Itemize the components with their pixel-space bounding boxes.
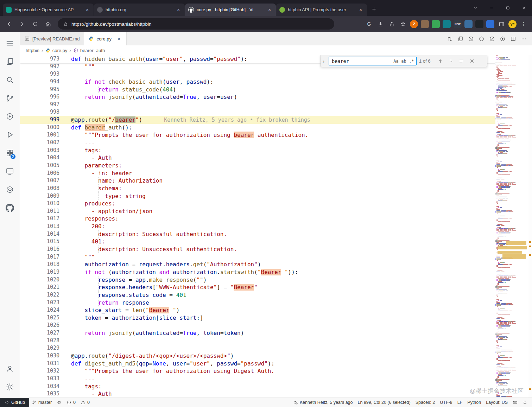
- tab-close-icon[interactable]: ×: [266, 7, 273, 13]
- profile-avatar[interactable]: yc: [508, 20, 517, 28]
- code-line[interactable]: 1009 type: string: [20, 192, 495, 200]
- capture-extension-icon[interactable]: [432, 20, 440, 28]
- live-share-button[interactable]: [1, 180, 18, 199]
- code-line[interactable]: 1001 """Prompts the user for authorizati…: [20, 131, 495, 139]
- breadcrumb-item[interactable]: core.py: [45, 48, 68, 53]
- record-button[interactable]: [477, 34, 486, 44]
- code-line[interactable]: 1022 response.status_code = 401: [20, 291, 495, 299]
- code-lines[interactable]: 973def hidden_basic_auth(user="user", pa…: [20, 55, 495, 398]
- more-actions-button[interactable]: [519, 34, 528, 44]
- language-mode[interactable]: Python: [465, 400, 483, 405]
- code-line[interactable]: 1030@app.route("/digest-auth/<qop>/<user…: [20, 352, 495, 360]
- branch-indicator[interactable]: master: [29, 398, 54, 407]
- code-line[interactable]: 1028: [20, 337, 495, 345]
- refresh-button[interactable]: [29, 18, 41, 30]
- maximize-button[interactable]: [500, 0, 516, 16]
- search-button[interactable]: [1, 71, 18, 89]
- notifications-bell[interactable]: [520, 400, 530, 405]
- problems-errors[interactable]: 0: [64, 398, 78, 407]
- browser-tab[interactable]: Hoppscotch • Open source AP×: [3, 4, 94, 16]
- minimap[interactable]: [495, 55, 528, 398]
- keyboard-layout[interactable]: Layout: US: [483, 400, 510, 405]
- code-editor[interactable]: 973def hidden_basic_auth(user="user", pa…: [20, 55, 532, 398]
- pinwheel-extension-icon[interactable]: [486, 20, 494, 28]
- nav-back-button[interactable]: [466, 34, 476, 44]
- match-case-button[interactable]: Aa: [392, 57, 400, 65]
- feedback-button[interactable]: [510, 400, 520, 405]
- find-input[interactable]: bearer Aa ab .*: [329, 57, 417, 65]
- code-line[interactable]: 1005 parameters:: [20, 162, 495, 170]
- code-line[interactable]: 1021 response.headers["WWW-Authenticate"…: [20, 284, 495, 291]
- tab-close-icon[interactable]: ×: [115, 36, 122, 42]
- downloads-icon[interactable]: [376, 20, 385, 28]
- code-line[interactable]: 1016 description: Unsuccessful authentic…: [20, 246, 495, 253]
- forward-button[interactable]: [16, 18, 28, 30]
- close-button[interactable]: [516, 0, 532, 16]
- monitor-extension-icon[interactable]: [464, 20, 473, 28]
- code-line[interactable]: 1007 name: Authorization: [20, 177, 495, 185]
- copy-file-button[interactable]: [456, 34, 465, 44]
- code-line[interactable]: 994 if not check_basic_auth(user, passwd…: [20, 78, 495, 86]
- editor-tab[interactable]: [Preview] README.md: [20, 32, 84, 45]
- code-line[interactable]: 998: [20, 108, 495, 116]
- sessions-badge[interactable]: 2: [410, 20, 418, 28]
- code-line[interactable]: 1035 - Auth: [20, 390, 495, 398]
- remote-indicator[interactable]: GitHub: [0, 398, 29, 407]
- browser-tab[interactable]: core.py - httpbin [GitHub] - Vi×: [185, 4, 276, 16]
- run-button[interactable]: [1, 126, 18, 144]
- github-extension-icon[interactable]: [475, 20, 483, 28]
- indentation[interactable]: Spaces: 2: [413, 400, 438, 405]
- code-line[interactable]: 1024 slice_start = len("Bearer "): [20, 306, 495, 314]
- tab-search-chevron-icon[interactable]: [467, 0, 483, 16]
- code-line[interactable]: 1032 """Prompts the user for authorizati…: [20, 367, 495, 375]
- favorites-icon[interactable]: [399, 20, 407, 28]
- share-icon[interactable]: [387, 20, 396, 28]
- back-button[interactable]: [3, 18, 15, 30]
- code-line[interactable]: 1017 """: [20, 253, 495, 261]
- code-line[interactable]: 1023 return response: [20, 299, 495, 307]
- problems-warnings[interactable]: 0: [78, 398, 92, 407]
- tab-close-icon[interactable]: ×: [84, 7, 90, 13]
- remote-explorer-button[interactable]: [1, 162, 18, 180]
- workspaces-extension-icon[interactable]: [421, 20, 429, 28]
- code-line[interactable]: 1012 responses:: [20, 215, 495, 223]
- code-line[interactable]: 1027 return jsonify(authenticated=True, …: [20, 329, 495, 337]
- browser-tab[interactable]: httpbin.org×: [94, 4, 185, 16]
- eol[interactable]: LF: [455, 400, 465, 405]
- previous-match-button[interactable]: [436, 57, 444, 65]
- tab-close-icon[interactable]: ×: [175, 7, 182, 13]
- code-line[interactable]: 1033 ---: [20, 375, 495, 383]
- settings-button[interactable]: [1, 378, 18, 396]
- code-line[interactable]: 997: [20, 101, 495, 109]
- code-line[interactable]: 1015 401:: [20, 238, 495, 246]
- code-line[interactable]: 1006 - in: header: [20, 170, 495, 177]
- code-line[interactable]: 1019 if not (authorization and authoriza…: [20, 268, 495, 276]
- run-debug-button[interactable]: [1, 107, 18, 126]
- code-line[interactable]: 1020 response = app.make_response(""): [20, 276, 495, 284]
- code-line[interactable]: 1013 200:: [20, 223, 495, 230]
- tab-close-icon[interactable]: ×: [357, 7, 364, 13]
- editor-tab[interactable]: core.py×: [84, 32, 127, 45]
- whole-word-button[interactable]: ab: [400, 57, 407, 65]
- google-icon[interactable]: G: [365, 20, 373, 28]
- code-line[interactable]: 1025 token = authorization[slice_start:]: [20, 314, 495, 322]
- browser-menu-icon[interactable]: ⋮: [519, 20, 528, 28]
- code-line[interactable]: 1014 description: Sucessful authenticati…: [20, 230, 495, 238]
- regex-button[interactable]: .*: [408, 57, 415, 65]
- code-line[interactable]: 1004 - Auth: [20, 154, 495, 162]
- code-line[interactable]: 993: [20, 70, 495, 78]
- code-line[interactable]: 1018 authorization = request.headers.get…: [20, 261, 495, 268]
- code-line[interactable]: 1000def bearer_auth():: [20, 124, 495, 132]
- find-query-text[interactable]: bearer: [332, 58, 392, 64]
- next-match-button[interactable]: [447, 57, 455, 65]
- code-line[interactable]: 1029: [20, 344, 495, 352]
- minimize-button[interactable]: [483, 0, 500, 16]
- code-line[interactable]: 1034 tags:: [20, 383, 495, 390]
- home-button[interactable]: [42, 18, 54, 30]
- close-find-button[interactable]: [468, 57, 476, 65]
- code-line[interactable]: 1031def digest_auth_md5(qop=None, user="…: [20, 360, 495, 368]
- new-extension-badge[interactable]: NEW: [454, 20, 462, 28]
- menu-button[interactable]: [1, 34, 18, 52]
- code-line[interactable]: 1003 tags:: [20, 147, 495, 154]
- browser-tab[interactable]: httpbin API | Prompts the user×: [276, 4, 367, 16]
